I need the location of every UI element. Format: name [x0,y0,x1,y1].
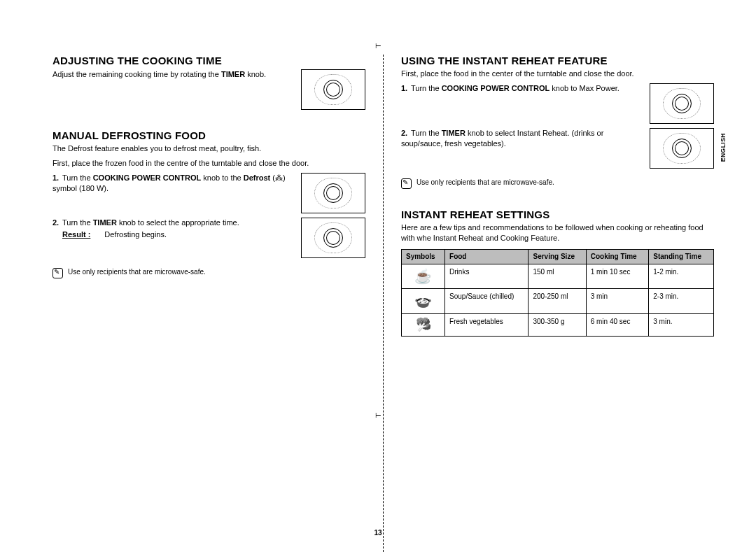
result-line: Result :Defrosting begins. [52,229,295,240]
t: knob to the [201,174,244,182]
settings-desc: Here are a few tips and recommendations … [401,222,714,243]
table-row: Drinks 150 ml 1 min 10 sec 1-2 min. [402,264,714,289]
heading-reheat: USING THE INSTANT REHEAT FEATURE [401,55,714,66]
note-text: Use only recipients that are microwave-s… [68,268,206,276]
symbol-cell [402,264,445,289]
note-row: Use only recipients that are microwave-s… [52,268,365,278]
stand-cell: 1-2 min. [649,264,714,289]
t: TIMER [442,129,465,137]
defrost-step-1: 1.Turn the COOKING POWER CONTROL knob to… [52,173,365,213]
defrost-desc2: First, place the frozen food in the cent… [52,158,365,169]
defrost-desc1: The Defrost feature enables you to defro… [52,143,365,154]
veg-icon [416,318,431,332]
t: Turn the [62,218,93,227]
reheat-desc: First, place the food in the center of t… [401,69,714,79]
num: 2. [401,128,411,139]
table-header-row: Symbols Food Serving Size Cooking Time S… [402,249,714,264]
result-text: Defrosting begins. [104,230,167,239]
language-label: ENGLISH [720,133,727,162]
cook-cell: 3 min [586,289,649,314]
reheat-step-2: 2.Turn the TIMER knob to select Instant … [401,128,714,169]
num: 1. [401,83,411,94]
t: Turn the [411,129,442,137]
step-text: 2.Turn the TIMER knob to select Instant … [401,128,650,149]
t: COOKING POWER CONTROL [93,174,202,182]
table-row: Soup/Sauce (chilled) 200-250 ml 3 min 2-… [402,289,714,314]
heading-settings: INSTANT REHEAT SETTINGS [401,208,714,220]
page-number: 13 [0,529,756,537]
reheat-step-1: 1.Turn the COOKING POWER CONTROL knob to… [401,83,714,124]
t: knob to select the appropriate time. [117,218,239,227]
stand-cell: 2-3 min. [649,289,714,314]
right-column: USING THE INSTANT REHEAT FEATURE First, … [383,55,714,552]
t: COOKING POWER CONTROL [442,84,550,92]
cook-cell: 6 min 40 sec [586,313,649,337]
t: Defrost [244,174,271,182]
th-food: Food [445,249,528,264]
t: knob. [245,70,266,78]
left-column: ADJUSTING THE COOKING TIME Adjust the re… [52,55,383,552]
timer-dial-icon [650,128,714,169]
t: Adjust the remaining cooking time by rot… [52,70,221,78]
timer-dial-icon [301,218,365,258]
stand-cell: 3 min. [649,313,714,337]
th-standing: Standing Time [649,249,714,264]
defrost-step-2: 2.Turn the TIMER knob to select the appr… [52,218,365,258]
t: Turn the [62,174,93,182]
crop-mark-icon: ⊢ [375,42,382,50]
num: 1. [52,173,62,183]
note-row: Use only recipients that are microwave-s… [401,178,714,189]
symbol-cell [402,313,445,337]
t: knob to Max Power. [550,84,620,92]
size-cell: 200-250 ml [528,289,586,314]
table-row: Fresh vegetables 300-350 g 6 min 40 sec … [402,313,714,337]
note-icon [52,268,63,278]
th-serving: Serving Size [528,249,586,264]
result-label: Result : [62,230,90,239]
power-dial-icon [301,173,365,213]
adjust-row: Adjust the remaining cooking time by rot… [52,69,365,110]
heading-adjusting: ADJUSTING THE COOKING TIME [52,55,365,66]
heading-defrost: MANUAL DEFROSTING FOOD [52,129,365,141]
note-text: Use only recipients that are microwave-s… [416,178,554,186]
th-symbols: Symbols [402,249,445,264]
size-cell: 300-350 g [528,313,586,337]
step-text: 1.Turn the COOKING POWER CONTROL knob to… [52,173,301,194]
step-text: 2.Turn the TIMER knob to select the appr… [52,218,301,240]
bowl-icon [414,295,432,309]
t: TIMER [93,218,117,227]
t: TIMER [221,70,245,78]
num: 2. [52,218,62,228]
page-body: ADJUSTING THE COOKING TIME Adjust the re… [0,0,756,552]
th-cooking: Cooking Time [586,249,649,264]
crop-mark-icon: ⊢ [375,411,382,419]
adjust-text: Adjust the remaining cooking time by rot… [52,69,301,80]
size-cell: 150 ml [528,264,586,289]
food-cell: Soup/Sauce (chilled) [445,289,528,314]
symbol-cell [402,289,445,314]
timer-dial-icon [301,69,365,110]
note-icon [401,178,412,189]
cup-icon [414,270,432,284]
cook-cell: 1 min 10 sec [586,264,649,289]
power-dial-icon [650,83,714,124]
food-cell: Fresh vegetables [445,313,528,337]
t: Turn the [411,84,442,92]
settings-table: Symbols Food Serving Size Cooking Time S… [401,249,714,337]
step-text: 1.Turn the COOKING POWER CONTROL knob to… [401,83,650,94]
food-cell: Drinks [445,264,528,289]
